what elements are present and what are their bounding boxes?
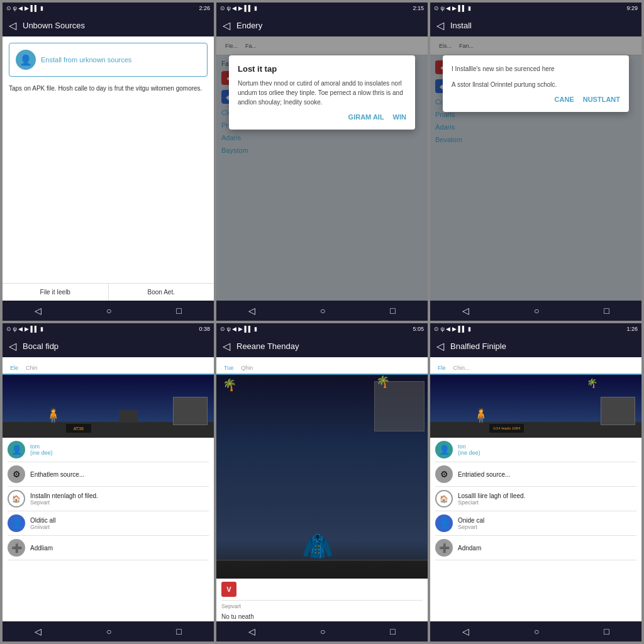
nav-home-5[interactable]: ○ [313,624,333,639]
status-icons-4: ⊙ ψ ◀ ▶ ▌▌ ▮ [6,326,43,332]
nav-back-4[interactable]: ◁ [27,624,49,639]
app-icon-4-3: 🏠 [8,490,25,508]
dialog-box-2: Lost it tap Nortum thev nnod or cutird o… [229,55,415,130]
nav-recent-3[interactable]: □ [596,303,616,318]
tab-strip-4: Ele Chin [3,357,214,375]
nav-bar-4: ◁ ○ □ [3,621,214,641]
list-item-4-5: ➕ Addliam [8,536,209,560]
dialog-btn-cane[interactable]: CANE [555,96,574,103]
dialog-title-2: Lost it tap [238,64,406,74]
screen-title-1: Unbown Sources [23,21,85,30]
app-name-4-1: tom [30,443,53,450]
source-label: Enstall from urknown sources [41,56,131,64]
app-list-5: V [216,579,428,601]
tab-chin[interactable]: Chin [22,362,42,374]
content-2: Fie... Fa... Fam ● ◆ Cloud States Pnaris… [216,36,428,301]
back-button-4[interactable]: ◁ [9,340,16,352]
game-screenshot-4: 🧍 AT38 [3,375,214,438]
app-sub-4-1: (ine dee) [30,450,53,456]
nav-bar-5: ◁ ○ □ [216,621,428,641]
time-1: 2:26 [199,5,210,11]
dialog-overlay-2: Lost it tap Nortum thev nnod or cutird o… [216,36,428,301]
list-item-4-2: ⚙ Enthatlem source... [8,462,209,487]
source-option[interactable]: 👤 Enstall from urknown sources [9,43,208,77]
app-name-6-5: Adndam [458,545,481,552]
tab-strip-6: Fle Chin... [430,357,641,375]
nav-bar-2: ◁ ○ □ [216,301,428,321]
status-icons-6: ⊙ ψ ◀ ▶ ▌▌ ▮ [434,326,471,332]
nav-home-3[interactable]: ○ [526,303,547,318]
nav-recent-6[interactable]: □ [596,624,616,639]
nav-home-4[interactable]: ○ [99,624,119,639]
app-icon-4-5: ➕ [8,539,25,557]
tab-tue[interactable]: Tue [220,362,237,375]
dialog-btn-gram[interactable]: GIRAM AIL [348,113,384,121]
screen-title-3: Install [450,21,472,30]
tab-fle[interactable]: Fle [434,362,450,375]
top-bar-5: ◁ Reeane Thenday [216,335,428,357]
back-button-3[interactable]: ◁ [436,19,444,31]
app-name-6-1: ton [458,443,480,450]
status-bar-5: ⊙ ψ ◀ ▶ ▌▌ ▮ 5:05 [216,323,428,335]
phone-screen-1: ⊙ ψ ◀ ▶ ▌▌ ▮ 2:26 ◁ Unbown Sources 👤 Ens… [3,3,214,321]
status-bar-4: ⊙ ψ ◀ ▶ ▌▌ ▮ 0:38 [3,323,214,335]
back-button-6[interactable]: ◁ [436,340,444,352]
nav-home-6[interactable]: ○ [526,624,547,639]
phone-screen-6: ⊙ ψ ◀ ▶ ▌▌ ▮ 1:26 ◁ Bnalfied Finiple Fle… [430,323,641,641]
list-item-4-1: 👤 tom (ine dee) [8,438,209,462]
game-label-6: 1/14 Ieado 1084 [493,426,520,430]
back-button-1[interactable]: ◁ [9,19,16,31]
app-name-4-2: Enthatlem source... [30,471,84,478]
app-list-6: 👤 ton (ine dee) ⚙ Entriatied source... 🏠… [430,438,641,560]
bottom-tab-1[interactable]: File it Ieelb [3,284,109,301]
list-item-6-4: 👤 Onide cal Sepvart [435,511,636,536]
game-label-4: AT38 [74,426,84,431]
nav-back-6[interactable]: ◁ [455,624,477,639]
tab-chin6[interactable]: Chin... [450,362,474,374]
time-2: 2:15 [413,5,424,11]
app-name-6-2: Entriatied source... [458,471,510,478]
nav-back-3[interactable]: ◁ [455,303,477,318]
time-5: 5:05 [413,326,424,332]
app-icon-6-1: 👤 [435,441,453,458]
time-4: 0:38 [199,326,210,332]
screen-title-5: Reeane Thenday [236,341,299,351]
list-item-6-5: ➕ Adndam [435,536,636,560]
top-bar-3: ◁ Install [430,14,641,36]
back-button-2[interactable]: ◁ [223,19,230,31]
footer-label-5: Sepvart [216,601,428,612]
content-3: Eis... Fan... ● ◆ Courd States Pnaris Ad… [430,36,641,301]
tab-ele[interactable]: Ele [6,362,22,375]
nav-recent-2[interactable]: □ [382,303,402,318]
app-sub-6-4: Sepvart [458,524,484,530]
status-icons-3: ⊙ ψ ◀ ▶ ▌▌ ▮ [434,5,471,11]
app-name-4-4: Olditic all [30,517,56,524]
tab-strip-5: Tue Qhin [216,357,428,375]
nav-home-2[interactable]: ○ [313,303,333,318]
app-icon-4-4: 👤 [8,514,25,532]
dialog-btn-nustlant[interactable]: NUSTLANT [583,96,620,103]
nav-bar-3: ◁ ○ □ [430,301,641,321]
nav-recent-4[interactable]: □ [169,624,189,639]
content-5: Tue Qhin 🧥 🌴 🌴 V Sepvart No tu neath [216,357,428,621]
nav-recent-5[interactable]: □ [382,624,402,639]
tab-qhin[interactable]: Qhin [237,362,257,374]
app-name-6-4: Onide cal [458,517,484,524]
nav-back-2[interactable]: ◁ [241,303,263,318]
nav-back-1[interactable]: ◁ [27,303,49,318]
content-6: Fle Chin... 🧍 🌴 1/14 Ieado 1084 👤 ton (i… [430,357,641,621]
nav-recent-1[interactable]: □ [169,303,189,318]
app-sub-4-3: Sepvart [30,499,98,506]
nav-home-1[interactable]: ○ [99,303,119,318]
bottom-tab-2[interactable]: Boon Aet. [109,284,214,301]
back-button-5[interactable]: ◁ [223,340,230,352]
nav-bar-1: ◁ ○ □ [3,301,214,321]
nav-back-5[interactable]: ◁ [241,624,263,639]
list-item-4-4: 👤 Olditic all Gniivart [8,511,209,536]
screen-title-4: Bocal fidp [23,341,58,351]
app-icon-6-4: 👤 [435,514,453,532]
app-icon-4-2: ⚙ [8,465,25,483]
dialog-body-2: Nortum thev nnod or cutird of amoral and… [238,79,406,107]
dialog-btn-win[interactable]: WIN [393,113,406,121]
dialog-buttons-2: GIRAM AIL WIN [238,113,406,121]
